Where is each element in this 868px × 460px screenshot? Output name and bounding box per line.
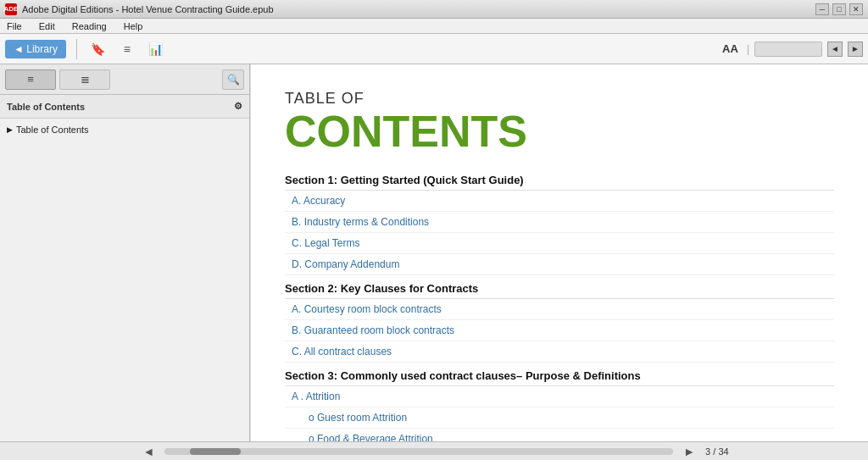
nav-left-button[interactable]: ◄ [827, 42, 843, 57]
toolbar: ◄ Library 🔖 ≡ 📊 AA | ◄ ► [0, 34, 868, 64]
nav-right-button[interactable]: ► [848, 42, 863, 57]
bottom-bar: ◄ ► 3 / 34 [0, 441, 868, 460]
toc-item-label: Table of Contents [16, 125, 89, 135]
scroll-thumb[interactable] [190, 448, 241, 455]
panel-thumb-button[interactable]: ≣ [59, 69, 110, 90]
toc-link-c-all-clauses[interactable]: C. All contract clauses [285, 341, 834, 363]
section-2-heading: Section 2: Key Clauses for Contracts [285, 275, 834, 299]
toc-link-b-industry[interactable]: B. Industry terms & Conditions [285, 212, 834, 233]
toc-link-c-legal[interactable]: C. Legal Terms [285, 233, 834, 254]
title-bar: ADE Adobe Digital Editions - Hotel Venue… [0, 0, 868, 19]
toc-tree-item[interactable]: ▶ Table of Contents [0, 122, 249, 137]
toolbar-right: AA | ◄ ► [719, 41, 863, 57]
page-indicator: 3 / 34 [705, 446, 729, 457]
font-size-button[interactable]: AA [719, 41, 742, 57]
panel-toolbar: ≡ ≣ 🔍 [0, 64, 249, 95]
panel-search-button[interactable]: 🔍 [222, 69, 244, 90]
main-area: ≡ ≣ 🔍 Table of Contents ⚙ ▶ Table of Con… [0, 64, 868, 441]
toc-arrow-icon: ▶ [7, 125, 13, 134]
toc-link-a-attrition[interactable]: A . Attrition [285, 386, 834, 407]
toc-link-fb-attrition[interactable]: o Food & Beverage Attrition [285, 429, 834, 441]
close-button[interactable]: ✕ [849, 3, 863, 15]
menu-reading[interactable]: Reading [69, 21, 110, 31]
window-title: Adobe Digital Editions - Hotel Venue Con… [22, 4, 274, 14]
panel-gear-icon[interactable]: ⚙ [234, 101, 242, 112]
page-slider[interactable] [754, 42, 822, 57]
toc-link-guest-room[interactable]: o Guest room Attrition [285, 407, 834, 429]
panel-heading-label: Table of Contents [7, 102, 85, 112]
toolbar-separator [76, 39, 77, 59]
app-icon: ADE [5, 3, 17, 15]
menu-bar: File Edit Reading Help [0, 19, 868, 34]
panel-list-button[interactable]: ≡ [5, 69, 56, 90]
toc-link-a-accuracy[interactable]: A. Accuracy [285, 191, 834, 212]
restore-button[interactable]: □ [832, 3, 846, 15]
panel-header: Table of Contents ⚙ [0, 95, 249, 119]
toc-tree: ▶ Table of Contents [0, 119, 249, 141]
library-button[interactable]: ◄ Library [5, 40, 66, 58]
bookmark-icon-button[interactable]: 🔖 [87, 39, 109, 59]
chart-icon-button[interactable]: 📊 [145, 39, 167, 59]
table-of-heading: TABLE OF [285, 90, 834, 108]
prev-page-button[interactable]: ◄ [139, 445, 158, 458]
scroll-track[interactable] [164, 448, 673, 455]
next-page-button[interactable]: ► [680, 445, 698, 458]
menu-edit[interactable]: Edit [36, 21, 58, 31]
toc-link-b-guaranteed[interactable]: B. Guaranteed room block contracts [285, 320, 834, 341]
content-panel: TABLE OF CONTENTS Section 1: Getting Sta… [250, 64, 868, 441]
window-controls[interactable]: ─ □ ✕ [815, 3, 863, 15]
title-bar-left: ADE Adobe Digital Editions - Hotel Venue… [5, 3, 274, 15]
minimize-button[interactable]: ─ [815, 3, 829, 15]
toc-icon-button[interactable]: ≡ [116, 39, 138, 59]
section-3-heading: Section 3: Commonly used contract clause… [285, 363, 834, 386]
contents-heading: CONTENTS [285, 109, 834, 153]
toc-link-d-company[interactable]: D. Company Addendum [285, 254, 834, 275]
menu-help[interactable]: Help [120, 21, 147, 31]
left-panel: ≡ ≣ 🔍 Table of Contents ⚙ ▶ Table of Con… [0, 64, 250, 441]
section-1-heading: Section 1: Getting Started (Quick Start … [285, 167, 834, 191]
menu-file[interactable]: File [3, 21, 25, 31]
font-size-separator: | [747, 43, 749, 55]
toc-link-a-courtesy[interactable]: A. Courtesy room block contracts [285, 299, 834, 320]
